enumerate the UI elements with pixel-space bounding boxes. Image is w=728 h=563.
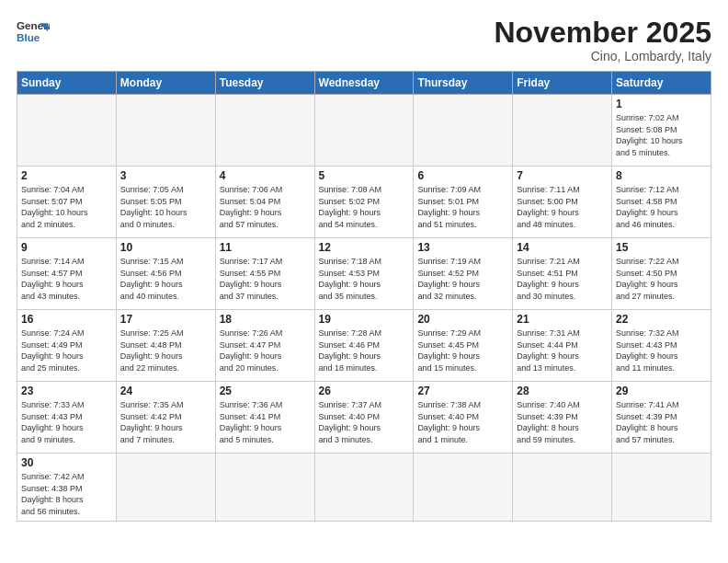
day-number: 22 [616,313,707,326]
day-number: 3 [120,169,211,182]
calendar-cell [215,454,314,521]
day-number: 6 [417,169,508,182]
calendar-cell: 6Sunrise: 7:09 AM Sunset: 5:01 PM Daylig… [414,167,513,238]
month-title: November 2025 [494,17,711,49]
day-info: Sunrise: 7:22 AM Sunset: 4:50 PM Dayligh… [616,256,707,302]
day-number: 17 [120,313,211,326]
calendar-cell: 2Sunrise: 7:04 AM Sunset: 5:07 PM Daylig… [17,167,117,238]
header-tuesday: Tuesday [215,72,314,95]
calendar-cell: 12Sunrise: 7:18 AM Sunset: 4:53 PM Dayli… [314,238,414,310]
day-info: Sunrise: 7:24 AM Sunset: 4:49 PM Dayligh… [21,327,112,373]
day-number: 24 [120,385,211,397]
day-number: 5 [319,169,410,182]
day-info: Sunrise: 7:06 AM Sunset: 5:04 PM Dayligh… [220,184,311,230]
day-info: Sunrise: 7:26 AM Sunset: 4:47 PM Dayligh… [220,327,311,373]
generalblue-logo-icon: General Blue [17,17,50,50]
header-thursday: Thursday [414,72,513,95]
calendar-row: 30Sunrise: 7:42 AM Sunset: 4:38 PM Dayli… [17,454,711,521]
calendar-cell: 10Sunrise: 7:15 AM Sunset: 4:56 PM Dayli… [116,238,215,310]
calendar-cell [116,454,215,521]
day-info: Sunrise: 7:32 AM Sunset: 4:43 PM Dayligh… [616,327,707,373]
calendar-cell: 15Sunrise: 7:22 AM Sunset: 4:50 PM Dayli… [612,238,711,310]
calendar-row: 2Sunrise: 7:04 AM Sunset: 5:07 PM Daylig… [17,167,711,238]
calendar-cell: 8Sunrise: 7:12 AM Sunset: 4:58 PM Daylig… [612,167,711,238]
calendar-cell: 20Sunrise: 7:29 AM Sunset: 4:45 PM Dayli… [414,310,513,382]
day-info: Sunrise: 7:02 AM Sunset: 5:08 PM Dayligh… [616,112,707,158]
calendar-cell: 27Sunrise: 7:38 AM Sunset: 4:40 PM Dayli… [414,382,513,454]
calendar-cell [414,95,513,167]
day-number: 18 [220,313,311,326]
calendar-cell [314,454,414,521]
logo: General Blue [17,17,50,50]
calendar-row: 1Sunrise: 7:02 AM Sunset: 5:08 PM Daylig… [17,95,711,167]
day-info: Sunrise: 7:37 AM Sunset: 4:40 PM Dayligh… [319,399,410,445]
header-sunday: Sunday [17,72,117,95]
calendar-cell: 17Sunrise: 7:25 AM Sunset: 4:48 PM Dayli… [116,310,215,382]
day-number: 8 [616,169,707,182]
day-info: Sunrise: 7:11 AM Sunset: 5:00 PM Dayligh… [517,184,608,230]
calendar-row: 9Sunrise: 7:14 AM Sunset: 4:57 PM Daylig… [17,238,711,310]
title-block: November 2025 Cino, Lombardy, Italy [494,17,711,63]
day-info: Sunrise: 7:29 AM Sunset: 4:45 PM Dayligh… [417,327,508,373]
day-number: 2 [21,169,112,182]
calendar-cell: 14Sunrise: 7:21 AM Sunset: 4:51 PM Dayli… [513,238,612,310]
calendar-cell: 28Sunrise: 7:40 AM Sunset: 4:39 PM Dayli… [513,382,612,454]
day-info: Sunrise: 7:35 AM Sunset: 4:42 PM Dayligh… [120,399,211,445]
day-number: 10 [120,241,211,254]
header-friday: Friday [513,72,612,95]
day-info: Sunrise: 7:36 AM Sunset: 4:41 PM Dayligh… [220,399,311,445]
day-info: Sunrise: 7:05 AM Sunset: 5:05 PM Dayligh… [120,184,211,230]
day-number: 15 [616,241,707,254]
calendar-cell: 23Sunrise: 7:33 AM Sunset: 4:43 PM Dayli… [17,382,117,454]
day-number: 4 [220,169,311,182]
day-info: Sunrise: 7:19 AM Sunset: 4:52 PM Dayligh… [417,256,508,302]
header-monday: Monday [116,72,215,95]
day-number: 13 [417,241,508,254]
calendar-cell: 9Sunrise: 7:14 AM Sunset: 4:57 PM Daylig… [17,238,117,310]
day-number: 21 [517,313,608,326]
page: General Blue November 2025 Cino, Lombard… [0,0,728,563]
day-number: 25 [220,385,311,397]
day-info: Sunrise: 7:40 AM Sunset: 4:39 PM Dayligh… [517,399,608,445]
day-info: Sunrise: 7:09 AM Sunset: 5:01 PM Dayligh… [417,184,508,230]
calendar-cell: 30Sunrise: 7:42 AM Sunset: 4:38 PM Dayli… [17,454,117,521]
day-number: 28 [517,385,608,397]
svg-text:Blue: Blue [17,31,40,43]
calendar-cell [612,454,711,521]
day-number: 12 [319,241,410,254]
calendar-cell: 24Sunrise: 7:35 AM Sunset: 4:42 PM Dayli… [116,382,215,454]
day-info: Sunrise: 7:18 AM Sunset: 4:53 PM Dayligh… [319,256,410,302]
calendar-cell: 16Sunrise: 7:24 AM Sunset: 4:49 PM Dayli… [17,310,117,382]
day-info: Sunrise: 7:31 AM Sunset: 4:44 PM Dayligh… [517,327,608,373]
calendar-cell [513,95,612,167]
calendar-cell: 11Sunrise: 7:17 AM Sunset: 4:55 PM Dayli… [215,238,314,310]
calendar-cell: 5Sunrise: 7:08 AM Sunset: 5:02 PM Daylig… [314,167,414,238]
calendar-cell: 4Sunrise: 7:06 AM Sunset: 5:04 PM Daylig… [215,167,314,238]
day-number: 30 [21,456,112,469]
day-info: Sunrise: 7:12 AM Sunset: 4:58 PM Dayligh… [616,184,707,230]
day-number: 7 [517,169,608,182]
day-info: Sunrise: 7:15 AM Sunset: 4:56 PM Dayligh… [120,256,211,302]
calendar-row: 23Sunrise: 7:33 AM Sunset: 4:43 PM Dayli… [17,382,711,454]
day-number: 1 [616,98,707,110]
header-saturday: Saturday [612,72,711,95]
calendar-cell [215,95,314,167]
day-info: Sunrise: 7:08 AM Sunset: 5:02 PM Dayligh… [319,184,410,230]
calendar-cell: 7Sunrise: 7:11 AM Sunset: 5:00 PM Daylig… [513,167,612,238]
calendar-cell: 1Sunrise: 7:02 AM Sunset: 5:08 PM Daylig… [612,95,711,167]
day-info: Sunrise: 7:25 AM Sunset: 4:48 PM Dayligh… [120,327,211,373]
header: General Blue November 2025 Cino, Lombard… [17,17,711,63]
day-info: Sunrise: 7:33 AM Sunset: 4:43 PM Dayligh… [21,399,112,445]
day-number: 29 [616,385,707,397]
day-number: 16 [21,313,112,326]
calendar-cell: 3Sunrise: 7:05 AM Sunset: 5:05 PM Daylig… [116,167,215,238]
calendar-cell [116,95,215,167]
calendar-cell: 19Sunrise: 7:28 AM Sunset: 4:46 PM Dayli… [314,310,414,382]
day-number: 9 [21,241,112,254]
calendar-cell: 21Sunrise: 7:31 AM Sunset: 4:44 PM Dayli… [513,310,612,382]
day-info: Sunrise: 7:14 AM Sunset: 4:57 PM Dayligh… [21,256,112,302]
calendar-cell: 13Sunrise: 7:19 AM Sunset: 4:52 PM Dayli… [414,238,513,310]
day-info: Sunrise: 7:21 AM Sunset: 4:51 PM Dayligh… [517,256,608,302]
location: Cino, Lombardy, Italy [494,49,711,63]
day-number: 14 [517,241,608,254]
